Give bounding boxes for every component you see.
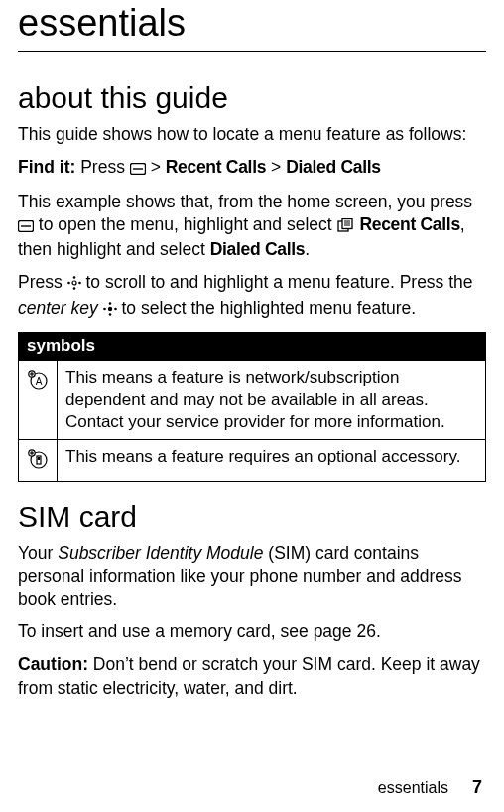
page-footer: essentials7 bbox=[378, 777, 482, 798]
svg-point-16 bbox=[108, 313, 111, 316]
svg-rect-26 bbox=[38, 457, 40, 460]
sim-paragraph-2: To insert and use a memory card, see pag… bbox=[18, 620, 486, 643]
example-b: to open the menu, highlight and select bbox=[34, 214, 337, 234]
nav-key-icon bbox=[67, 273, 81, 296]
footer-page-number: 7 bbox=[472, 777, 482, 797]
press-a: Press bbox=[18, 272, 67, 292]
dialed-calls-1: Dialed Calls bbox=[286, 157, 381, 177]
svg-point-15 bbox=[108, 302, 111, 305]
network-dependent-icon: A bbox=[19, 360, 58, 439]
example-d: . bbox=[305, 239, 310, 259]
intro-paragraph: This guide shows how to locate a menu fe… bbox=[18, 123, 486, 146]
network-dependent-text: This means a feature is network/subscrip… bbox=[58, 360, 486, 439]
footer-label: essentials bbox=[378, 779, 448, 796]
example-paragraph: This example shows that, from the home s… bbox=[18, 191, 486, 261]
center-key-icon bbox=[103, 299, 117, 322]
recent-calls-2: Recent Calls bbox=[359, 214, 459, 234]
svg-point-10 bbox=[72, 277, 75, 280]
accessory-required-text: This means a feature requires an optiona… bbox=[58, 439, 486, 481]
gt2: > bbox=[266, 157, 286, 177]
symbols-header: symbols bbox=[19, 332, 486, 360]
press-paragraph: Press to scroll to and highlight a menu … bbox=[18, 271, 486, 321]
example-a: This example shows that, from the home s… bbox=[18, 192, 472, 211]
find-it-line: Find it: Press > Recent Calls > Dialed C… bbox=[18, 156, 486, 181]
symbols-table: symbols A This means a feature is networ… bbox=[18, 332, 486, 482]
svg-point-14 bbox=[107, 306, 111, 310]
sim-card-heading: SIM card bbox=[18, 500, 486, 534]
find-it-label: Find it: bbox=[18, 157, 75, 177]
svg-point-12 bbox=[67, 282, 70, 285]
svg-text:A: A bbox=[36, 376, 43, 387]
svg-point-17 bbox=[103, 307, 106, 310]
sim-paragraph-3: Caution: Don’t bend or scratch your SIM … bbox=[18, 653, 486, 699]
menu-key-icon-2 bbox=[18, 215, 34, 238]
page-title: essentials bbox=[18, 2, 486, 45]
svg-point-11 bbox=[72, 288, 75, 291]
menu-key-icon bbox=[130, 158, 146, 181]
table-row: A This means a feature is network/subscr… bbox=[19, 360, 486, 439]
accessory-required-icon bbox=[19, 439, 58, 481]
press-b: to scroll to and highlight a menu featur… bbox=[81, 272, 473, 292]
recent-calls-1: Recent Calls bbox=[166, 157, 266, 177]
gt1: > bbox=[146, 157, 166, 177]
title-rule bbox=[18, 51, 486, 52]
caution-label: Caution: bbox=[18, 654, 88, 674]
table-header-row: symbols bbox=[19, 332, 486, 360]
sim-p1b: Subscriber Identity Module bbox=[58, 543, 263, 563]
find-it-press: Press bbox=[75, 157, 129, 177]
about-guide-heading: about this guide bbox=[18, 81, 486, 115]
sim-p1a: Your bbox=[18, 543, 58, 563]
svg-point-9 bbox=[72, 281, 76, 285]
recent-calls-icon bbox=[337, 215, 355, 238]
dialed-calls-2: Dialed Calls bbox=[210, 239, 306, 259]
center-key-text: center key bbox=[18, 298, 98, 318]
press-c: to select the highlighted menu feature. bbox=[117, 298, 417, 318]
sim-paragraph-1: Your Subscriber Identity Module (SIM) ca… bbox=[18, 542, 486, 610]
table-row: This means a feature requires an optiona… bbox=[19, 439, 486, 481]
